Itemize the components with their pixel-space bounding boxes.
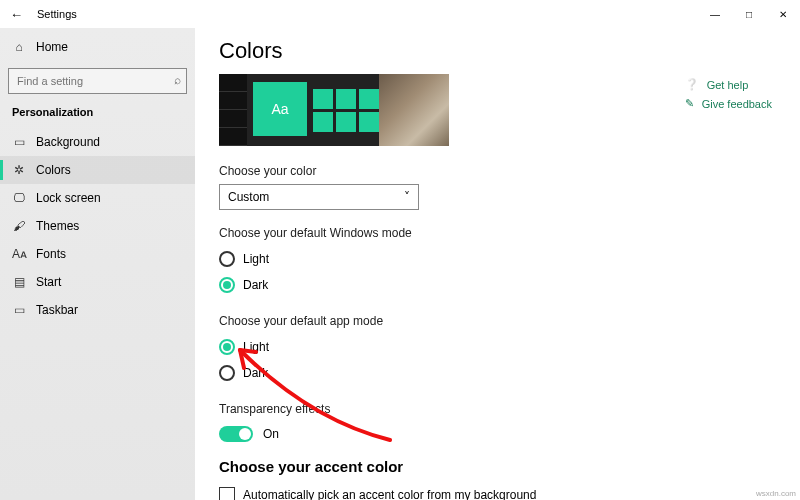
feedback-icon: ✎ <box>685 97 694 110</box>
chevron-down-icon: ˅ <box>404 190 410 204</box>
sidebar-item-label: Themes <box>36 219 79 233</box>
home-icon: ⌂ <box>12 40 26 54</box>
home-label: Home <box>36 40 68 54</box>
home-button[interactable]: ⌂ Home <box>0 34 195 60</box>
sidebar: ⌂ Home ⌕ Personalization ▭ Background ✲ … <box>0 28 195 500</box>
search-icon: ⌕ <box>174 73 181 87</box>
radio-icon <box>219 365 235 381</box>
sidebar-item-colors[interactable]: ✲ Colors <box>0 156 195 184</box>
transparency-toggle[interactable] <box>219 426 253 442</box>
search-wrap: ⌕ <box>8 68 187 94</box>
palette-icon: ✲ <box>12 163 26 177</box>
transparency-value: On <box>263 427 279 441</box>
app-mode-label: Choose your default app mode <box>219 314 776 328</box>
accent-title: Choose your accent color <box>219 458 776 475</box>
back-button[interactable]: ← <box>10 7 23 22</box>
choose-color-label: Choose your color <box>219 164 776 178</box>
sidebar-item-label: Taskbar <box>36 303 78 317</box>
sidebar-item-label: Fonts <box>36 247 66 261</box>
sidebar-item-lockscreen[interactable]: 🖵 Lock screen <box>0 184 195 212</box>
get-help-link[interactable]: ❔ Get help <box>685 78 772 91</box>
checkbox-label: Automatically pick an accent color from … <box>243 488 536 500</box>
sidebar-item-taskbar[interactable]: ▭ Taskbar <box>0 296 195 324</box>
sidebar-item-label: Start <box>36 275 61 289</box>
lockscreen-icon: 🖵 <box>12 191 26 205</box>
preview-start-grid <box>313 74 379 146</box>
search-input[interactable] <box>8 68 187 94</box>
choose-color-value: Custom <box>228 190 269 204</box>
sidebar-item-label: Colors <box>36 163 71 177</box>
page-title: Colors <box>219 38 776 64</box>
help-icon: ❔ <box>685 78 699 91</box>
help-links: ❔ Get help ✎ Give feedback <box>685 78 772 116</box>
image-icon: ▭ <box>12 135 26 149</box>
auto-accent-checkbox-row[interactable]: Automatically pick an accent color from … <box>219 483 776 500</box>
radio-icon <box>219 277 235 293</box>
app-title: Settings <box>37 8 77 20</box>
radio-icon <box>219 251 235 267</box>
sidebar-item-label: Background <box>36 135 100 149</box>
titlebar: ← Settings — □ ✕ <box>0 0 800 28</box>
close-button[interactable]: ✕ <box>766 0 800 28</box>
start-icon: ▤ <box>12 275 26 289</box>
sidebar-item-background[interactable]: ▭ Background <box>0 128 195 156</box>
radio-label: Light <box>243 340 269 354</box>
help-label: Get help <box>707 79 749 91</box>
preview-tile: Aa <box>253 82 307 136</box>
radio-label: Dark <box>243 278 268 292</box>
checkbox-icon <box>219 487 235 500</box>
taskbar-icon: ▭ <box>12 303 26 317</box>
category-label: Personalization <box>0 104 195 128</box>
give-feedback-link[interactable]: ✎ Give feedback <box>685 97 772 110</box>
fonts-icon: Aᴀ <box>12 247 26 261</box>
color-preview: Aa <box>219 74 449 146</box>
sidebar-item-label: Lock screen <box>36 191 101 205</box>
watermark: wsxdn.com <box>756 489 796 498</box>
radio-label: Dark <box>243 366 268 380</box>
windows-mode-dark[interactable]: Dark <box>219 272 776 298</box>
app-mode-dark[interactable]: Dark <box>219 360 776 386</box>
sidebar-item-fonts[interactable]: Aᴀ Fonts <box>0 240 195 268</box>
radio-label: Light <box>243 252 269 266</box>
sidebar-item-start[interactable]: ▤ Start <box>0 268 195 296</box>
themes-icon: 🖌 <box>12 219 26 233</box>
feedback-label: Give feedback <box>702 98 772 110</box>
choose-color-select[interactable]: Custom ˅ <box>219 184 419 210</box>
sidebar-item-themes[interactable]: 🖌 Themes <box>0 212 195 240</box>
transparency-label: Transparency effects <box>219 402 776 416</box>
window-controls: — □ ✕ <box>698 0 800 28</box>
windows-mode-light[interactable]: Light <box>219 246 776 272</box>
radio-icon <box>219 339 235 355</box>
preview-desktop <box>379 74 449 146</box>
maximize-button[interactable]: □ <box>732 0 766 28</box>
preview-taskbar <box>219 74 247 146</box>
minimize-button[interactable]: — <box>698 0 732 28</box>
app-mode-light[interactable]: Light <box>219 334 776 360</box>
windows-mode-label: Choose your default Windows mode <box>219 226 776 240</box>
